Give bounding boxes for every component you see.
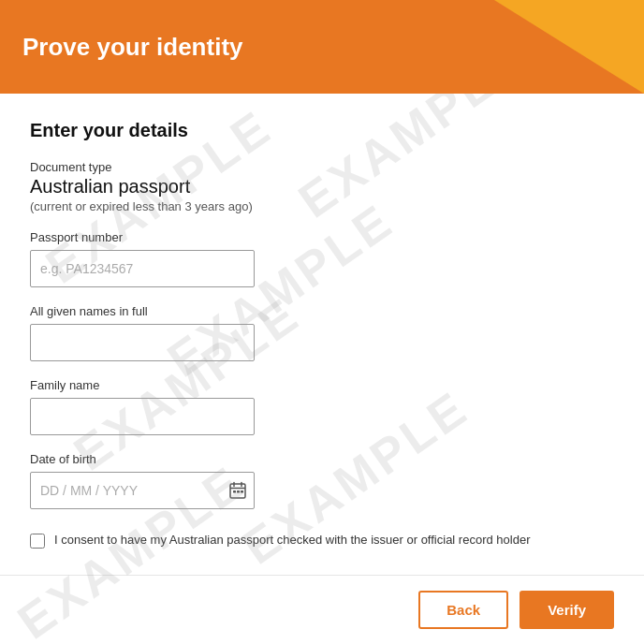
dob-input-wrapper (30, 472, 255, 509)
back-button[interactable]: Back (418, 591, 508, 629)
dob-input[interactable] (30, 472, 255, 509)
family-name-input[interactable] (30, 398, 255, 435)
consent-checkbox[interactable] (30, 534, 45, 549)
family-name-group: Family name (30, 378, 614, 435)
given-names-label: All given names in full (30, 304, 614, 318)
svg-rect-6 (241, 490, 243, 493)
verify-button[interactable]: Verify (520, 591, 614, 629)
section-title: Enter your details (30, 120, 614, 141)
main-content: Enter your details Document type Austral… (0, 94, 644, 644)
consent-row: I consent to have my Australian passport… (30, 532, 614, 549)
document-type-label: Document type (30, 160, 614, 174)
given-names-group: All given names in full (30, 304, 614, 361)
svg-rect-4 (233, 490, 236, 493)
document-type-sub: (current or expired less than 3 years ag… (30, 199, 614, 213)
footer-buttons: Back Verify (0, 575, 644, 644)
calendar-icon[interactable] (228, 481, 247, 500)
passport-number-label: Passport number (30, 230, 614, 244)
document-type-group: Document type Australian passport (curre… (30, 160, 614, 213)
dob-group: Date of birth (30, 452, 614, 509)
consent-label: I consent to have my Australian passport… (54, 532, 530, 549)
family-name-label: Family name (30, 378, 614, 392)
svg-rect-5 (237, 490, 240, 493)
dob-label: Date of birth (30, 452, 614, 466)
passport-number-group: Passport number (30, 230, 614, 287)
passport-number-input[interactable] (30, 250, 255, 287)
document-type-value: Australian passport (30, 176, 614, 198)
given-names-input[interactable] (30, 324, 255, 361)
page-header: Prove your identity (0, 0, 644, 94)
page-title: Prove your identity (22, 33, 243, 62)
